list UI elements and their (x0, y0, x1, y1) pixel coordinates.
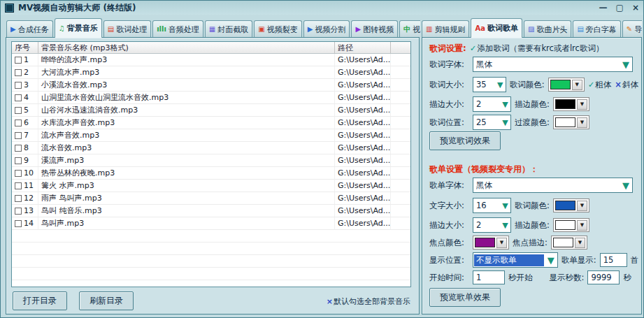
preview-lyric-button[interactable]: 预览歌词效果 (429, 131, 501, 150)
tab-item[interactable]: Aa 歌词歌单 (471, 18, 522, 38)
row-num-cell: 10 (12, 167, 38, 179)
table-row[interactable]: 6 水库流水声音效.mp3 G:\Users\Ad... (12, 117, 410, 129)
row-num-cell: 2 (12, 66, 38, 78)
tab-label: 视频分割 (315, 24, 345, 35)
color-dropdown-arrow-icon[interactable]: ▼ (577, 99, 587, 110)
color-dropdown-arrow-icon[interactable]: ▼ (496, 238, 507, 248)
row-checkbox[interactable] (15, 82, 22, 89)
display-secs-input[interactable]: 9999 (587, 270, 620, 284)
tab-item[interactable]: ▶ 合成任务 (6, 20, 53, 38)
preview-playlist-button[interactable]: 预览歌单效果 (429, 288, 501, 307)
color-dropdown-arrow-icon[interactable]: ▼ (572, 80, 582, 90)
tab-label: 图转视频 (363, 24, 394, 35)
stepper-arrow-icon[interactable]: ▼ (500, 118, 510, 127)
display-count-input[interactable]: 15 (600, 253, 627, 267)
bold-toggle[interactable]: ✓粗体 (588, 80, 612, 90)
color-dropdown-arrow-icon[interactable]: ▼ (575, 238, 585, 248)
focus-color-select[interactable]: ▼ (473, 236, 509, 250)
lyric-size-stepper[interactable]: 35 ▼ (473, 77, 506, 92)
tab-item[interactable]: ▦ 封面截取 (205, 20, 252, 38)
dropdown-arrow-icon[interactable]: ▼ (620, 59, 632, 70)
row-checkbox[interactable] (15, 157, 22, 164)
minimize-icon[interactable]: — (599, 3, 608, 12)
row-checkbox[interactable] (15, 182, 22, 189)
playlist-color-swatch (555, 201, 575, 210)
tab-item[interactable]: ▣ 视频裂变 (254, 20, 301, 38)
table-row[interactable]: 5 山谷河水迅速流淌音效.mp3 G:\Users\Ad... (12, 104, 410, 117)
dropdown-arrow-icon[interactable]: ▼ (545, 255, 557, 266)
table-row[interactable]: 1 哗哗的流水声.mp3 G:\Users\Ad... (12, 54, 410, 66)
table-row[interactable]: 14 鸟叫声.mp3 G:\Users\Ad... (12, 217, 410, 230)
header-num[interactable]: 序号 (12, 42, 38, 53)
outline-color-select[interactable]: ▼ (553, 97, 589, 111)
table-row[interactable]: 3 小溪流水音效.mp3 G:\Users\Ad... (12, 79, 410, 92)
tab-item[interactable]: ♫ 背景音乐 (55, 18, 102, 38)
table-row[interactable]: 7 流水声音效.mp3 G:\Users\Ad... (12, 129, 410, 142)
start-time-input[interactable]: 1 (473, 270, 505, 284)
tab-item[interactable]: ▨ 歌曲片头 (524, 20, 571, 38)
table-row[interactable]: 11 篝火 水声.mp3 G:\Users\Ad... (12, 180, 410, 192)
row-checkbox[interactable] (15, 145, 22, 152)
refresh-directory-button[interactable]: 刷新目录 (79, 291, 134, 310)
color-dropdown-arrow-icon[interactable]: ▼ (577, 201, 587, 211)
stepper-arrow-icon[interactable]: ▼ (500, 221, 510, 230)
background-music-panel: 序号 背景音乐名称 (mp3格式) 路径 1 哗哗的流水声.mp3 G:\Use… (6, 37, 420, 315)
color-dropdown-arrow-icon[interactable]: ▼ (577, 117, 587, 128)
row-num-cell: 1 (12, 54, 38, 66)
tab-item[interactable]: ▶ 图转视频 (351, 20, 398, 38)
open-directory-button[interactable]: 打开目录 (13, 291, 67, 310)
row-checkbox[interactable] (15, 220, 22, 227)
outline-size-stepper[interactable]: 2 ▼ (473, 96, 511, 112)
playlist-outline-color-select[interactable]: ▼ (553, 218, 589, 232)
row-checkbox[interactable] (15, 195, 22, 202)
color-dropdown-arrow-icon[interactable]: ▼ (577, 220, 587, 231)
row-checkbox[interactable] (15, 132, 22, 139)
table-row[interactable]: 4 山洞里流水音效山洞里流水音效.mp3 G:\Users\Ad... (12, 92, 410, 104)
header-name[interactable]: 背景音乐名称 (mp3格式) (38, 42, 335, 53)
row-checkbox[interactable] (15, 120, 22, 127)
playlist-outline-stepper[interactable]: 2 ▼ (473, 217, 511, 233)
lyric-font-select[interactable]: 黑体 ▼ (473, 57, 633, 72)
playlist-outline-color-swatch (555, 220, 575, 230)
row-number: 1 (24, 55, 29, 64)
stepper-arrow-icon[interactable]: ▼ (500, 201, 510, 210)
playlist-font-select[interactable]: 黑体 ▼ (473, 178, 633, 193)
tab-item[interactable]: ▤ 歌词处理 (103, 20, 151, 38)
table-row[interactable]: 2 大河流水声.mp3 G:\Users\Ad... (12, 66, 410, 79)
row-checkbox[interactable] (15, 69, 22, 76)
lyric-position-stepper[interactable]: 25 ▼ (473, 115, 511, 130)
row-num-cell: 9 (12, 154, 38, 166)
close-icon[interactable]: × (632, 3, 639, 12)
lyric-color-select[interactable]: ▼ (548, 78, 585, 92)
row-checkbox[interactable] (15, 208, 22, 215)
text-size-stepper[interactable]: 16 ▼ (473, 198, 511, 213)
playlist-color-select[interactable]: ▼ (553, 198, 589, 212)
tab-item[interactable]: ▤ 旁白字幕 (573, 20, 620, 38)
add-lyric-checkbox[interactable]: ✓添加歌词（需要有krc或者lrc歌词） (470, 43, 604, 54)
display-position-select[interactable]: 不显示歌单 ▼ (473, 252, 558, 268)
row-extra-cell (391, 129, 410, 141)
maximize-icon[interactable]: ▢ (616, 3, 624, 12)
table-row[interactable]: 13 鸟叫 纯音乐.mp3 G:\Users\Ad... (12, 205, 410, 217)
row-checkbox[interactable] (15, 107, 22, 114)
tab-item[interactable]: 中 视频裁剪 (399, 20, 420, 38)
row-checkbox[interactable] (15, 57, 22, 64)
tab-item[interactable]: ıllı 音频处理 (152, 20, 203, 38)
row-checkbox[interactable] (15, 170, 22, 177)
dropdown-arrow-icon[interactable]: ▼ (620, 180, 632, 191)
stepper-arrow-icon[interactable]: ▼ (495, 80, 506, 89)
table-row[interactable]: 8 流水音效.mp3 G:\Users\Ad... (12, 142, 410, 154)
focus-outline-select[interactable]: ▼ (551, 236, 587, 250)
row-music-name: 雨声 鸟叫声.mp3 (38, 192, 335, 204)
header-path[interactable]: 路径 (335, 42, 391, 53)
table-row[interactable]: 9 溪流声.mp3 G:\Users\Ad... (12, 154, 410, 167)
row-checkbox[interactable] (15, 94, 22, 101)
table-row[interactable]: 12 雨声 鸟叫声.mp3 G:\Users\Ad... (12, 192, 410, 205)
tab-item[interactable]: ✎ 导出标题 (622, 20, 642, 38)
tab-item[interactable]: ▥ 剪辑规则 (422, 20, 469, 38)
transition-color-select[interactable]: ▼ (553, 115, 589, 129)
italic-toggle[interactable]: ×斜体 (615, 80, 638, 90)
stepper-arrow-icon[interactable]: ▼ (500, 100, 510, 109)
table-row[interactable]: 10 热带丛林的夜晚.mp3 G:\Users\Ad... (12, 167, 410, 180)
tab-item[interactable]: ▶ 视频分割 (303, 20, 350, 38)
